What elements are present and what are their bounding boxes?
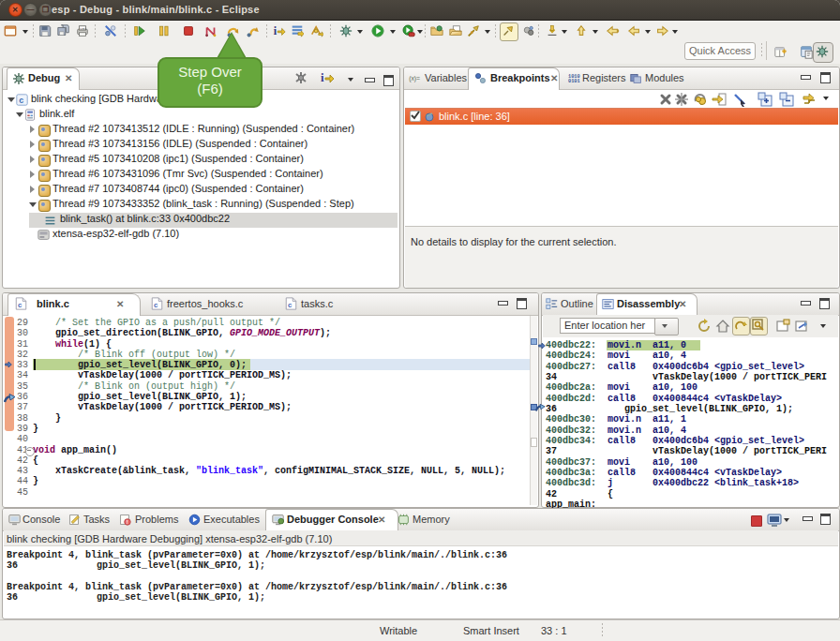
- svg-text:c: c: [288, 301, 292, 309]
- svg-text:c: c: [154, 301, 158, 309]
- svg-text:(x)=: (x)=: [409, 75, 420, 82]
- svg-text:!: !: [127, 519, 128, 525]
- svg-text:0101: 0101: [568, 79, 580, 84]
- svg-text:c: c: [19, 96, 23, 105]
- svg-text:101: 101: [80, 27, 87, 31]
- svg-text:c: c: [18, 301, 22, 309]
- svg-text:i: i: [274, 24, 278, 37]
- svg-text:i: i: [321, 70, 324, 84]
